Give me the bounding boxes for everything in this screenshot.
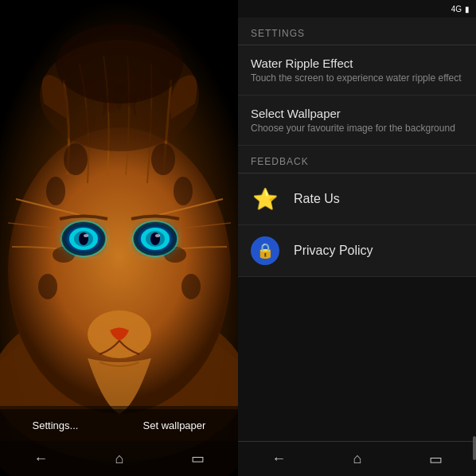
rate-us-label: Rate Us bbox=[294, 192, 340, 206]
right-panel: 4G ▮ SETTINGS Water Ripple Effect Touch … bbox=[238, 0, 476, 476]
right-recents-icon[interactable]: ▭ bbox=[416, 444, 455, 474]
water-ripple-title: Water Ripple Effect bbox=[251, 57, 463, 70]
water-ripple-item[interactable]: Water Ripple Effect Touch the screen to … bbox=[238, 45, 476, 96]
left-recents-icon[interactable]: ▭ bbox=[178, 443, 217, 474]
svg-point-4 bbox=[64, 143, 88, 175]
battery-indicator: ▮ bbox=[465, 5, 470, 14]
svg-point-14 bbox=[38, 274, 57, 299]
privacy-policy-item[interactable]: 🔒 Privacy Policy bbox=[238, 225, 476, 277]
feedback-header: FEEDBACK bbox=[238, 146, 476, 174]
settings-button[interactable]: Settings... bbox=[33, 419, 79, 431]
feedback-title: FEEDBACK bbox=[251, 156, 309, 167]
lock-icon: 🔒 bbox=[251, 236, 279, 265]
privacy-policy-label: Privacy Policy bbox=[294, 244, 373, 258]
select-wallpaper-subtitle: Choose your favourite image for the back… bbox=[251, 123, 463, 134]
right-home-icon[interactable]: ⌂ bbox=[341, 444, 375, 474]
water-ripple-subtitle: Touch the screen to experience water rip… bbox=[251, 72, 463, 84]
left-action-bar: Settings... Set wallpaper bbox=[0, 409, 238, 441]
svg-point-6 bbox=[151, 143, 175, 175]
star-icon: ⭐ bbox=[251, 185, 279, 213]
select-wallpaper-title: Select Wallpaper bbox=[251, 107, 463, 120]
svg-point-5 bbox=[46, 177, 65, 205]
status-bar: 4G ▮ bbox=[238, 0, 476, 18]
left-panel: Settings... Set wallpaper ← ⌂ ▭ bbox=[0, 0, 238, 476]
svg-point-32 bbox=[56, 24, 183, 103]
content-spacer bbox=[238, 277, 476, 441]
settings-list: Water Ripple Effect Touch the screen to … bbox=[238, 45, 476, 277]
rate-us-item[interactable]: ⭐ Rate Us bbox=[238, 174, 476, 225]
svg-point-15 bbox=[181, 274, 201, 299]
right-back-icon[interactable]: ← bbox=[259, 444, 298, 474]
left-home-icon[interactable]: ⌂ bbox=[103, 444, 137, 474]
set-wallpaper-button[interactable]: Set wallpaper bbox=[143, 419, 206, 431]
left-nav-bar: ← ⌂ ▭ bbox=[0, 441, 238, 476]
scroll-indicator bbox=[473, 436, 476, 460]
select-wallpaper-item[interactable]: Select Wallpaper Choose your favourite i… bbox=[238, 96, 476, 146]
svg-point-29 bbox=[155, 234, 160, 237]
svg-point-7 bbox=[174, 177, 193, 205]
signal-indicator: 4G bbox=[451, 5, 462, 14]
settings-title: SETTINGS bbox=[251, 28, 305, 39]
settings-header: SETTINGS bbox=[238, 18, 476, 45]
svg-point-22 bbox=[84, 234, 88, 237]
right-nav-bar: ← ⌂ ▭ bbox=[238, 441, 476, 476]
left-back-icon[interactable]: ← bbox=[21, 444, 60, 474]
